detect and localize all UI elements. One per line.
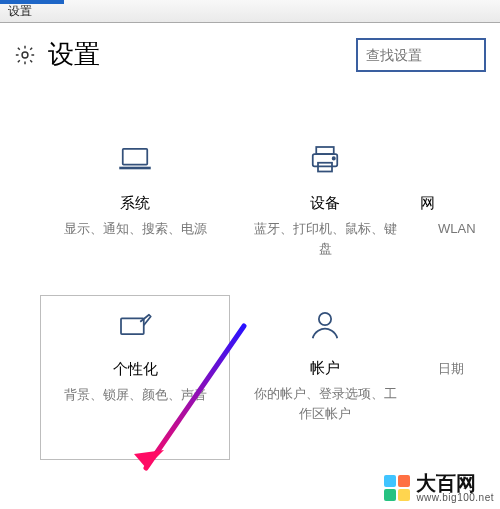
window-accent-bar	[0, 0, 64, 4]
search-box[interactable]	[356, 38, 486, 72]
laptop-icon	[40, 138, 230, 184]
logo-sq	[398, 489, 410, 501]
person-icon	[230, 303, 420, 349]
tile-time-language[interactable]: 日期	[420, 295, 475, 460]
tile-title: 网	[420, 194, 475, 213]
svg-point-8	[319, 313, 331, 325]
tile-title: 设备	[230, 194, 420, 213]
search-input[interactable]	[364, 46, 478, 64]
header: 设置	[0, 23, 500, 90]
printer-icon	[230, 138, 420, 184]
globe-icon	[420, 138, 475, 184]
svg-rect-2	[316, 147, 334, 154]
page-title: 设置	[48, 37, 100, 72]
tile-desc: 日期	[438, 359, 475, 379]
window-titlebar: 设置	[0, 0, 500, 23]
window-title: 设置	[8, 4, 32, 18]
svg-point-5	[333, 157, 335, 159]
svg-point-0	[22, 52, 28, 58]
tile-devices[interactable]: 设备 蓝牙、打印机、鼠标、键盘	[230, 130, 420, 295]
logo-sq	[384, 489, 396, 501]
tile-accounts[interactable]: 帐户 你的帐户、登录选项、工作区帐户	[230, 295, 420, 460]
clock-icon	[420, 303, 475, 349]
watermark: 大百网 www.big100.net	[384, 473, 494, 503]
watermark-brand: 大百网	[416, 473, 494, 493]
tile-desc: 背景、锁屏、颜色、声音	[59, 385, 211, 405]
logo-sq	[398, 475, 410, 487]
tile-desc: 蓝牙、打印机、鼠标、键盘	[248, 219, 402, 258]
watermark-url: www.big100.net	[416, 493, 494, 503]
svg-rect-1	[123, 149, 148, 165]
tile-desc: 你的帐户、登录选项、工作区帐户	[248, 384, 402, 423]
gear-icon	[14, 44, 36, 66]
watermark-logo-icon	[384, 475, 410, 501]
tile-desc: 显示、通知、搜索、电源	[58, 219, 212, 239]
logo-sq	[384, 475, 396, 487]
watermark-text: 大百网 www.big100.net	[416, 473, 494, 503]
settings-grid: 系统 显示、通知、搜索、电源 设备 蓝牙、打印机、鼠标、键盘 网	[0, 90, 500, 460]
tile-title: 系统	[40, 194, 230, 213]
tile-title: 帐户	[230, 359, 420, 378]
paintbrush-icon	[41, 304, 229, 350]
tile-network[interactable]: 网 WLAN	[420, 130, 475, 295]
tile-system[interactable]: 系统 显示、通知、搜索、电源	[40, 130, 230, 295]
tile-desc: WLAN	[438, 219, 475, 239]
tile-title: 个性化	[41, 360, 229, 379]
tile-personalization[interactable]: 个性化 背景、锁屏、颜色、声音	[40, 295, 230, 460]
